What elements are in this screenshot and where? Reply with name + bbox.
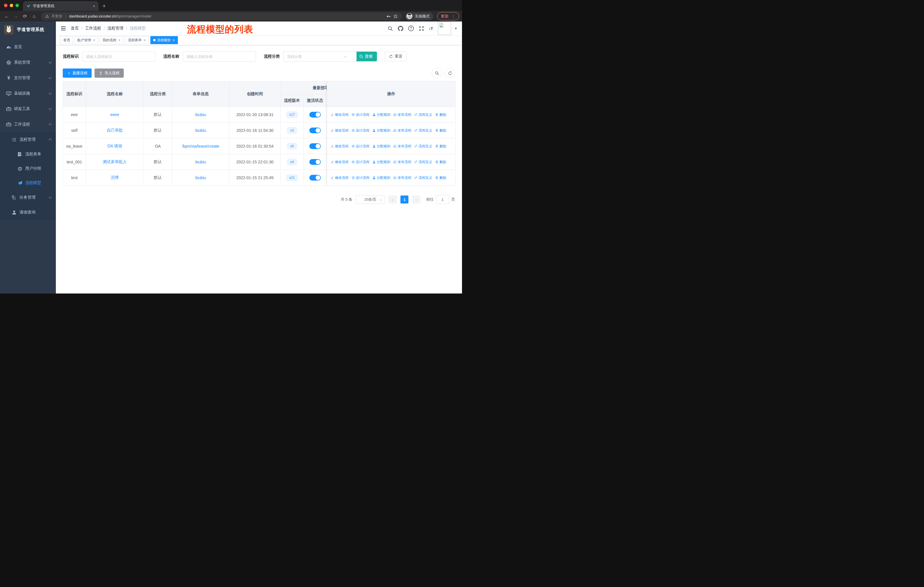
sidebar-item-home[interactable]: 首页 — [0, 39, 56, 55]
prev-page-button[interactable]: ‹ — [388, 195, 397, 203]
sidebar-item-user-group[interactable]: 用户分组 — [0, 161, 56, 176]
browser-update-button[interactable]: 更新 ⋮ — [437, 12, 459, 20]
process-name-link[interactable]: 滔博 — [111, 175, 119, 180]
zoom-window-button[interactable] — [15, 4, 19, 7]
action-edit-process[interactable]: 修改流程 — [330, 175, 348, 180]
sidebar-item-system[interactable]: 系统管理 — [0, 55, 56, 70]
password-key-icon[interactable] — [386, 14, 391, 19]
sidebar-item-process-model[interactable]: 流程模型 — [0, 176, 56, 190]
import-process-button[interactable]: 导入流程 — [94, 68, 124, 78]
action-publish-process[interactable]: 发布流程 — [393, 128, 411, 133]
form-info-link[interactable]: biubiu — [195, 175, 206, 180]
search-icon[interactable] — [388, 26, 393, 31]
active-toggle[interactable] — [309, 127, 321, 133]
process-name-link[interactable]: 测试多审批人 — [103, 159, 127, 165]
action-process-definition[interactable]: 流程定义 — [414, 144, 432, 149]
action-assign-rule[interactable]: 分配规则 — [372, 175, 390, 180]
create-process-button[interactable]: ＋ 新建流程 — [63, 68, 92, 78]
sidebar-collapse-icon[interactable] — [60, 25, 66, 31]
next-page-button[interactable]: › — [412, 195, 421, 203]
process-category-select[interactable] — [283, 51, 349, 62]
sidebar-item-devtools[interactable]: 研发工具 — [0, 101, 56, 117]
action-delete[interactable]: 删除 — [435, 160, 446, 165]
sidebar-item-task-management[interactable]: 任务管理 — [0, 190, 56, 205]
close-tab-icon[interactable]: × — [93, 4, 95, 8]
close-window-button[interactable] — [4, 4, 7, 7]
tag-process-model[interactable]: 流程模型✕ — [150, 36, 178, 44]
action-delete[interactable]: 删除 — [435, 175, 446, 180]
close-icon[interactable]: ✕ — [143, 38, 146, 42]
close-icon[interactable]: ✕ — [172, 38, 175, 42]
process-id-input[interactable] — [82, 51, 155, 62]
action-design-process[interactable]: 设计流程 — [351, 175, 370, 180]
goto-page-input[interactable] — [436, 195, 449, 204]
action-publish-process[interactable]: 发布流程 — [393, 160, 411, 165]
action-publish-process[interactable]: 发布流程 — [393, 175, 411, 180]
action-edit-process[interactable]: 修改流程 — [330, 144, 348, 149]
sidebar-item-process-form[interactable]: 流程表单 — [0, 147, 56, 161]
form-info-link[interactable]: biubiu — [195, 160, 206, 164]
minimize-window-button[interactable] — [10, 4, 13, 7]
form-info-link[interactable]: biubiu — [195, 112, 206, 117]
sidebar-item-payment[interactable]: ¥ 支付管理 — [0, 70, 56, 86]
action-delete[interactable]: 删除 — [435, 112, 446, 117]
process-name-link[interactable]: OA 请假 — [107, 144, 122, 149]
current-page-button[interactable]: 1 — [401, 195, 408, 203]
macos-window-controls[interactable] — [0, 0, 23, 11]
github-icon[interactable] — [398, 26, 403, 31]
tag-home[interactable]: 首页 — [60, 36, 73, 44]
breadcrumb-workflow[interactable]: 工作流程 — [85, 26, 101, 31]
active-toggle[interactable] — [309, 143, 321, 149]
search-button[interactable]: 搜索 — [355, 51, 377, 61]
action-delete[interactable]: 删除 — [435, 144, 446, 149]
active-toggle[interactable] — [309, 112, 321, 117]
tag-process-form[interactable]: 流程表单✕ — [125, 36, 148, 44]
browser-tab[interactable]: 芋道管理系统 × — [23, 1, 99, 11]
sidebar-item-process-management[interactable]: 流程管理 — [0, 132, 56, 147]
show-search-button[interactable] — [432, 68, 442, 78]
refresh-table-button[interactable] — [445, 68, 455, 78]
action-edit-process[interactable]: 修改流程 — [330, 160, 348, 165]
action-process-definition[interactable]: 流程定义 — [414, 160, 432, 165]
browser-menu-icon[interactable]: ⋮ — [451, 14, 455, 19]
action-assign-rule[interactable]: 分配规则 — [372, 160, 390, 165]
bookmark-star-icon[interactable] — [393, 14, 398, 19]
reload-button[interactable]: ⟳ — [21, 13, 29, 19]
forward-button[interactable]: → — [12, 14, 20, 19]
close-icon[interactable]: ✕ — [118, 38, 120, 42]
sidebar-item-infrastructure[interactable]: 基础设施 — [0, 86, 56, 101]
action-publish-process[interactable]: 发布流程 — [393, 112, 411, 117]
help-icon[interactable]: ? — [408, 25, 414, 31]
breadcrumb-process-management[interactable]: 流程管理 — [107, 26, 124, 31]
active-toggle[interactable] — [309, 159, 321, 165]
back-button[interactable]: ← — [3, 14, 10, 19]
action-assign-rule[interactable]: 分配规则 — [372, 128, 390, 133]
fullscreen-icon[interactable] — [419, 26, 424, 31]
active-toggle[interactable] — [309, 175, 321, 180]
page-size-select[interactable]: 10条/页 — [356, 195, 385, 204]
process-name-link[interactable]: 自己审批 — [107, 128, 123, 133]
action-design-process[interactable]: 设计流程 — [351, 144, 370, 149]
tag-my-process[interactable]: 我的流程✕ — [100, 36, 124, 44]
avatar-caret-icon[interactable]: ▼ — [454, 26, 457, 30]
action-design-process[interactable]: 设计流程 — [351, 128, 370, 133]
home-button[interactable]: ⌂ — [30, 14, 38, 19]
close-icon[interactable]: ✕ — [93, 38, 96, 42]
user-avatar[interactable] — [438, 22, 451, 35]
action-delete[interactable]: 删除 — [435, 128, 446, 133]
process-name-link[interactable]: eeee — [110, 112, 119, 117]
action-edit-process[interactable]: 修改流程 — [330, 112, 348, 117]
action-edit-process[interactable]: 修改流程 — [330, 128, 348, 133]
action-assign-rule[interactable]: 分配规则 — [372, 144, 390, 149]
process-name-input[interactable] — [183, 51, 256, 62]
address-bar[interactable]: 不安全 | dashboard.yudao.iocoder.cn/bpm/man… — [41, 12, 402, 20]
new-tab-button[interactable]: + — [102, 3, 106, 11]
action-process-definition[interactable]: 流程定义 — [414, 112, 432, 117]
action-process-definition[interactable]: 流程定义 — [414, 175, 432, 180]
action-process-definition[interactable]: 流程定义 — [414, 128, 432, 133]
action-design-process[interactable]: 设计流程 — [351, 112, 370, 117]
font-size-icon[interactable]: тT — [429, 26, 433, 31]
form-info-link[interactable]: /bpm/oa/leave/create — [182, 144, 219, 149]
sidebar-item-workflow[interactable]: 工作流程 — [0, 117, 56, 132]
sidebar-item-leave-query[interactable]: 请假查询 — [0, 205, 56, 220]
